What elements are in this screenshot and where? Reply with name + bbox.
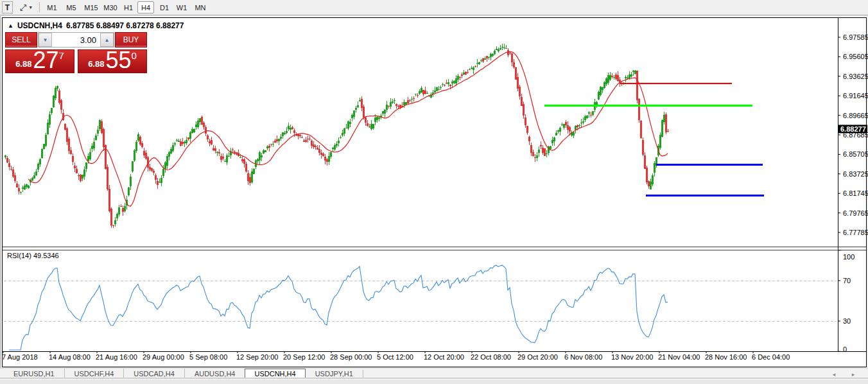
buy-button[interactable]: BUY [115,32,147,48]
volume-spinner: ▼ 3.00 ▲ [38,32,114,48]
svg-text:6 Dec 04:00: 6 Dec 04:00 [752,353,790,361]
svg-text:6.89665: 6.89665 [843,112,868,119]
status-bar [0,379,868,384]
svg-text:6.83725: 6.83725 [843,170,868,178]
svg-text:6.77785: 6.77785 [843,229,868,236]
one-click-trading-panel: SELL ▼ 3.00 ▲ BUY 6.88 27 7 6.88 55 0 [5,32,147,73]
svg-text:6.88277: 6.88277 [840,125,866,133]
tab-separator [363,370,363,378]
svg-text:5 Oct 12:00: 5 Oct 12:00 [377,353,413,361]
svg-text:28 Nov 16:00: 28 Nov 16:00 [705,353,747,361]
svg-text:21 Nov 04:00: 21 Nov 04:00 [658,353,700,361]
rsi-indicator-label: RSI(14) 49.5346 [7,252,59,259]
svg-text:6 Nov 08:00: 6 Nov 08:00 [564,353,602,361]
arrow-left-icon: ◂ [833,371,836,378]
volume-input[interactable]: 3.00 [52,33,100,47]
arrow-right-icon: ▸ [852,371,855,378]
tab-audusd-h4[interactable]: AUDUSD,H4 [184,369,245,379]
buy-price-display[interactable]: 6.88 55 0 [78,49,147,73]
svg-text:14 Aug 08:00: 14 Aug 08:00 [49,353,91,361]
volume-decrease-button[interactable]: ▼ [39,33,52,47]
volume-increase-button[interactable]: ▲ [100,33,114,47]
svg-text:29 Aug 00:00: 29 Aug 00:00 [143,353,184,361]
tab-eurusd-h1[interactable]: EURUSD,H1 [4,369,64,379]
svg-text:5 Sep 08:00: 5 Sep 08:00 [189,353,227,361]
chart-tabbar: EURUSD,H1 USDCHF,H4 USDCAD,H4 AUDUSD,H4 … [0,368,868,379]
tab-scroll-right-button[interactable]: ▸ [849,370,858,378]
sell-price-display[interactable]: 6.88 27 7 [5,49,74,73]
svg-text:21 Aug 16:00: 21 Aug 16:00 [96,353,137,361]
svg-text:70: 70 [843,277,851,284]
tab-usdjpy-h1[interactable]: USDJPY,H1 [306,369,363,379]
svg-text:12 Sep 20:00: 12 Sep 20:00 [236,353,278,361]
spinner-up-icon: ▲ [105,37,110,43]
tab-usdchf-h4[interactable]: USDCHF,H4 [64,369,124,379]
spinner-down-icon: ▼ [43,37,48,43]
chart-ohlc-values: 6.87785 6.88497 6.87278 6.88277 [66,21,184,30]
chart-symbol: USDCNH,H4 [17,21,62,30]
svg-text:6.79765: 6.79765 [843,209,868,217]
svg-text:20 Sep 12:00: 20 Sep 12:00 [283,353,325,361]
svg-text:12 Oct 20:00: 12 Oct 20:00 [424,353,464,361]
svg-text:6.93625: 6.93625 [843,73,868,80]
triangle-up-icon: ▲ [8,22,13,29]
svg-text:6.85705: 6.85705 [843,150,868,158]
svg-text:30: 30 [843,317,851,325]
svg-text:6.95605: 6.95605 [843,53,868,60]
svg-text:22 Oct 08:00: 22 Oct 08:00 [471,353,511,361]
svg-text:7 Aug 2018: 7 Aug 2018 [2,353,38,361]
svg-text:28 Sep 00:00: 28 Sep 00:00 [330,353,372,361]
tab-scroll-left-button[interactable]: ◂ [829,370,838,378]
svg-text:100: 100 [843,253,855,261]
svg-text:6.81745: 6.81745 [843,189,868,197]
svg-text:13 Nov 20:00: 13 Nov 20:00 [611,353,653,361]
svg-text:29 Oct 20:00: 29 Oct 20:00 [517,353,558,361]
svg-text:0: 0 [843,345,847,353]
chart-title: ▲ USDCNH,H4 6.87785 6.88497 6.87278 6.88… [8,21,184,30]
sell-button[interactable]: SELL [5,32,37,48]
tab-usdcnh-h4[interactable]: USDCNH,H4 [245,369,305,379]
svg-text:6.91645: 6.91645 [843,92,868,100]
svg-text:6.97585: 6.97585 [843,33,868,41]
tab-usdcad-h4[interactable]: USDCAD,H4 [123,369,184,379]
